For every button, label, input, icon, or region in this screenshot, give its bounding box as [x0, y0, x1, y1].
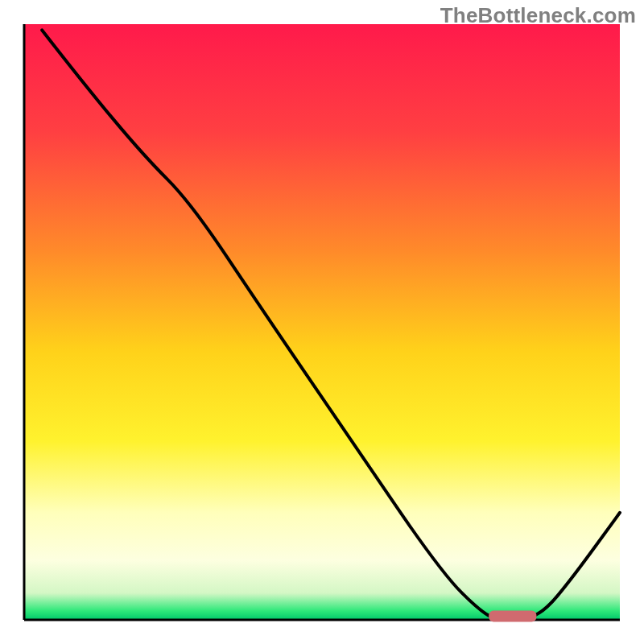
- bottleneck-chart: TheBottleneck.com: [0, 0, 644, 644]
- plot-background: [24, 24, 620, 620]
- target-marker: [489, 611, 536, 622]
- attribution-label: TheBottleneck.com: [440, 3, 636, 28]
- chart-canvas: [0, 0, 644, 644]
